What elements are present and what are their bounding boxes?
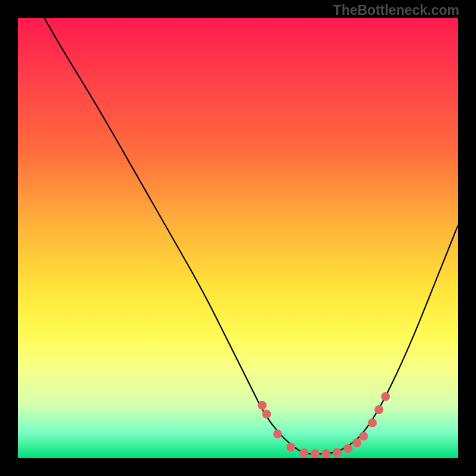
- optimal-point: [322, 449, 331, 458]
- optimal-point: [359, 432, 368, 441]
- plot-area: [18, 18, 458, 458]
- optimal-point: [300, 449, 309, 458]
- optimal-point: [286, 443, 295, 452]
- chart-frame: TheBottleneck.com: [0, 0, 476, 476]
- bottleneck-curve: [44, 18, 458, 454]
- optimal-band-dots: [258, 392, 390, 458]
- optimal-point: [262, 410, 271, 419]
- optimal-point: [333, 448, 342, 457]
- optimal-point: [258, 401, 267, 410]
- optimal-point: [344, 444, 353, 453]
- chart-svg: [18, 18, 458, 458]
- optimal-point: [311, 449, 320, 458]
- watermark-text: TheBottleneck.com: [333, 2, 459, 18]
- optimal-point: [273, 430, 282, 439]
- optimal-point: [381, 392, 390, 401]
- optimal-point: [368, 418, 377, 427]
- optimal-point: [352, 439, 361, 447]
- optimal-point: [374, 405, 383, 414]
